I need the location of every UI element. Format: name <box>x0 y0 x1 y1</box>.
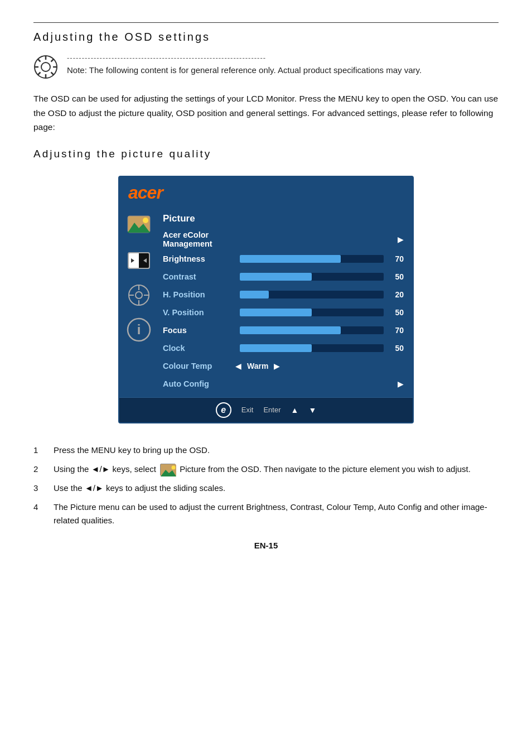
osd-footer: e Exit Enter ▲ ▼ <box>119 397 413 422</box>
instruction-3-num: 3 <box>33 481 45 495</box>
osd-footer-up: ▲ <box>291 406 299 415</box>
svg-point-12 <box>143 218 148 223</box>
instruction-3-text: Use the ◄/► keys to adjust the sliding s… <box>54 481 499 495</box>
osd-fill-focus <box>240 326 341 334</box>
osd-value-focus: 70 <box>388 326 404 335</box>
osd-label-brightness: Brightness <box>163 254 235 263</box>
body-text: The OSD can be used for adjusting the se… <box>33 92 499 134</box>
instruction-4-num: 4 <box>33 500 45 527</box>
instruction-1-num: 1 <box>33 444 45 457</box>
osd-bar-vposition <box>240 309 384 316</box>
osd-value-hposition: 20 <box>388 290 404 299</box>
svg-line-6 <box>38 59 41 62</box>
osd-footer-exit: Exit <box>241 406 254 414</box>
svg-text:i: i <box>137 322 141 337</box>
picture-inline-icon <box>160 464 176 476</box>
svg-line-8 <box>51 59 54 62</box>
instruction-2: 2 Using the ◄/► keys, select Picture fro… <box>33 463 499 476</box>
osd-label-hposition: H. Position <box>163 290 235 299</box>
osd-body: i Picture Acer eColor Management ▶ Brigh… <box>119 206 413 397</box>
note-box: ----------------------------------------… <box>33 54 499 79</box>
note-content: ----------------------------------------… <box>67 54 499 77</box>
osd-row-ecolor: Acer eColor Management ▶ <box>163 229 404 250</box>
instruction-4-text: The Picture menu can be used to adjust t… <box>54 500 499 527</box>
osd-label-focus: Focus <box>163 326 235 335</box>
sidebar-icon-position <box>123 279 155 311</box>
osd-colourtemp-controls: ◀ Warm ▶ <box>235 362 280 370</box>
osd-arrow-left: ◀ <box>235 362 241 370</box>
osd-arrow-autoconfig: ▶ <box>398 379 404 388</box>
osd-value-clock: 50 <box>388 344 404 353</box>
osd-row-autoconfig: Auto Config ▶ <box>163 375 404 393</box>
svg-line-9 <box>38 73 41 75</box>
svg-point-1 <box>41 62 50 71</box>
page-title: Adjusting the OSD settings <box>33 31 499 44</box>
osd-value-contrast: 50 <box>388 272 404 281</box>
instruction-1: 1 Press the MENU key to bring up the OSD… <box>33 444 499 457</box>
gear-icon <box>33 55 58 79</box>
osd-row-brightness: Brightness 70 <box>163 250 404 268</box>
osd-label-colourtemp: Colour Temp <box>163 362 235 370</box>
instruction-3: 3 Use the ◄/► keys to adjust the sliding… <box>33 481 499 495</box>
osd-footer-e-icon: e <box>216 402 231 418</box>
osd-colourtemp-value: Warm <box>247 362 268 370</box>
note-icon <box>33 55 58 79</box>
osd-row-focus: Focus 70 <box>163 321 404 339</box>
instruction-2-num: 2 <box>33 463 45 476</box>
sidebar-icon-info: i <box>123 314 155 346</box>
osd-label-vposition: V. Position <box>163 308 235 317</box>
osd-fill-vposition <box>240 309 312 316</box>
osd-bar-brightness <box>240 255 384 263</box>
osd-bar-clock <box>240 344 384 352</box>
osd-arrow-right: ▶ <box>274 362 280 370</box>
osd-menu: acer <box>118 176 414 423</box>
osd-row-vposition: V. Position 50 <box>163 304 404 321</box>
note-dashes: ----------------------------------------… <box>67 54 499 62</box>
osd-sidebar: i <box>119 206 158 397</box>
osd-main: Picture Acer eColor Management ▶ Brightn… <box>158 206 413 397</box>
note-text: Note: The following content is for gener… <box>67 64 499 77</box>
osd-value-brightness: 70 <box>388 254 404 263</box>
page-footer: EN-15 <box>33 541 499 550</box>
svg-point-21 <box>136 292 142 298</box>
sidebar-icon-brightness <box>123 244 155 277</box>
osd-bar-contrast <box>240 273 384 281</box>
osd-row-clock: Clock 50 <box>163 339 404 357</box>
osd-header: acer <box>119 177 413 206</box>
osd-footer-down: ▼ <box>308 406 316 415</box>
osd-label-ecolor: Acer eColor Management <box>163 230 235 248</box>
osd-fill-hposition <box>240 291 269 298</box>
osd-row-colourtemp: Colour Temp ◀ Warm ▶ <box>163 357 404 375</box>
top-rule <box>33 22 499 23</box>
svg-point-30 <box>172 465 176 469</box>
osd-row-contrast: Contrast 50 <box>163 268 404 286</box>
instruction-1-text: Press the MENU key to bring up the OSD. <box>54 444 499 457</box>
osd-footer-e-label: e <box>221 405 226 415</box>
svg-rect-13 <box>128 232 150 233</box>
osd-value-vposition: 50 <box>388 308 404 317</box>
osd-row-hposition: H. Position 20 <box>163 286 404 304</box>
instruction-4: 4 The Picture menu can be used to adjust… <box>33 500 499 527</box>
osd-label-autoconfig: Auto Config <box>163 379 235 388</box>
osd-fill-clock <box>240 344 312 352</box>
osd-label-clock: Clock <box>163 344 235 353</box>
osd-fill-brightness <box>240 255 341 263</box>
acer-logo: acer <box>128 182 404 203</box>
sidebar-icon-picture <box>123 210 155 242</box>
osd-bar-focus <box>240 326 384 334</box>
svg-line-7 <box>51 73 54 75</box>
osd-label-contrast: Contrast <box>163 272 235 281</box>
osd-fill-contrast <box>240 273 312 281</box>
osd-footer-enter: Enter <box>263 406 280 414</box>
sub-section-title: Adjusting the picture quality <box>33 148 499 160</box>
instruction-2-text: Using the ◄/► keys, select Picture from … <box>54 463 499 476</box>
osd-section-title: Picture <box>163 211 404 227</box>
osd-bar-hposition <box>240 291 384 298</box>
instructions: 1 Press the MENU key to bring up the OSD… <box>33 444 499 527</box>
osd-arrow-ecolor: ▶ <box>398 235 404 244</box>
